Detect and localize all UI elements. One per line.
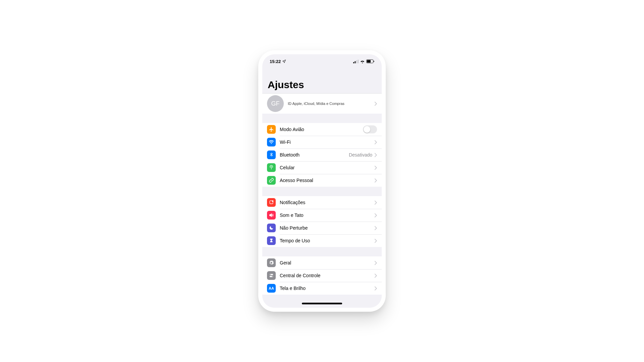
row-dnd[interactable]: Não Perturbe [262, 222, 382, 234]
chevron-right-icon [374, 102, 377, 106]
settings-group-system: Geral Central de Controle AA Tela e Bril… [262, 256, 382, 295]
cellular-signal-icon [353, 60, 359, 63]
svg-point-12 [272, 276, 273, 277]
svg-rect-0 [353, 62, 354, 63]
svg-rect-5 [367, 60, 371, 62]
profile-row[interactable]: GF ID Apple, iCloud, Mídia e Compras [262, 94, 382, 114]
row-label: Não Perturbe [280, 225, 308, 231]
battery-icon [366, 59, 374, 63]
speaker-icon [267, 211, 276, 220]
row-sounds[interactable]: Som e Tato [262, 209, 382, 222]
svg-rect-1 [355, 61, 356, 63]
group-separator [262, 247, 382, 256]
chevron-right-icon [374, 166, 377, 170]
profile-group: GF ID Apple, iCloud, Mídia e Compras [262, 94, 382, 114]
status-bar-right [353, 59, 374, 63]
svg-rect-3 [358, 60, 359, 63]
phone-frame: 15:22 Ajustes GF [258, 50, 386, 312]
row-display[interactable]: AA Tela e Brilho [262, 282, 382, 295]
chevron-right-icon [374, 153, 377, 157]
row-controlcenter[interactable]: Central de Controle [262, 269, 382, 282]
gear-icon [267, 258, 276, 267]
chevron-right-icon [374, 140, 377, 144]
home-indicator[interactable] [302, 303, 342, 304]
row-airplane[interactable]: Modo Avião [262, 123, 382, 136]
row-label: Wi-Fi [280, 139, 291, 145]
profile-subtitle: ID Apple, iCloud, Mídia e Compras [288, 102, 344, 106]
chevron-right-icon [374, 239, 377, 243]
row-bluetooth[interactable]: Bluetooth Desativado [262, 148, 382, 161]
row-cellular[interactable]: Celular [262, 161, 382, 174]
svg-point-10 [270, 274, 271, 275]
chevron-right-icon [374, 274, 377, 278]
location-icon [282, 59, 286, 63]
bluetooth-icon [267, 150, 276, 159]
chevron-right-icon [374, 226, 377, 230]
aa-icon: AA [267, 284, 276, 293]
row-label: Bluetooth [280, 152, 300, 158]
row-general[interactable]: Geral [262, 256, 382, 269]
row-label: Acesso Pessoal [280, 178, 313, 183]
settings-group-connectivity: Modo Avião Wi-Fi Bluetooth De [262, 123, 382, 187]
row-notifications[interactable]: Notificações [262, 196, 382, 209]
page-title: Ajustes [268, 79, 376, 90]
row-wifi[interactable]: Wi-Fi [262, 136, 382, 148]
wifi-icon [267, 138, 276, 146]
chevron-right-icon [374, 213, 377, 218]
antenna-icon [267, 163, 276, 172]
chevron-right-icon [374, 200, 377, 205]
row-label: Som e Tato [280, 213, 304, 218]
svg-rect-6 [374, 61, 374, 62]
row-label: Central de Controle [280, 273, 320, 278]
chevron-right-icon [374, 178, 377, 183]
status-time: 15:22 [270, 59, 281, 64]
chevron-right-icon [374, 286, 377, 291]
page-header: Ajustes [262, 66, 382, 94]
settings-list: GF ID Apple, iCloud, Mídia e Compras Mod… [262, 94, 382, 308]
airplane-icon [267, 125, 276, 134]
status-bar-left: 15:22 [270, 59, 286, 64]
row-label: Modo Avião [280, 127, 304, 132]
status-bar: 15:22 [262, 54, 382, 66]
row-label: Tela e Brilho [280, 286, 306, 291]
phone-screen: 15:22 Ajustes GF [262, 54, 382, 308]
settings-group-alerts: Notificações Som e Tato Não Perturbe [262, 196, 382, 247]
bell-icon [267, 198, 276, 207]
row-value: Desativado [349, 152, 372, 158]
row-label: Geral [280, 260, 291, 265]
row-label: Tempo de Uso [280, 238, 310, 243]
row-screentime[interactable]: Tempo de Uso [262, 234, 382, 247]
svg-point-8 [272, 200, 274, 202]
hourglass-icon [267, 236, 276, 245]
wifi-status-icon [360, 60, 365, 63]
link-icon [267, 176, 276, 185]
chevron-right-icon [374, 261, 377, 265]
row-label: Celular [280, 165, 294, 170]
avatar: GF [267, 95, 284, 112]
switches-icon [267, 271, 276, 280]
svg-rect-2 [356, 60, 357, 63]
row-hotspot[interactable]: Acesso Pessoal [262, 174, 382, 187]
stage: 15:22 Ajustes GF [0, 0, 644, 362]
group-separator [262, 114, 382, 123]
row-label: Notificações [280, 200, 305, 205]
group-separator [262, 187, 382, 196]
moon-icon [267, 224, 276, 232]
airplane-toggle[interactable] [363, 125, 377, 133]
